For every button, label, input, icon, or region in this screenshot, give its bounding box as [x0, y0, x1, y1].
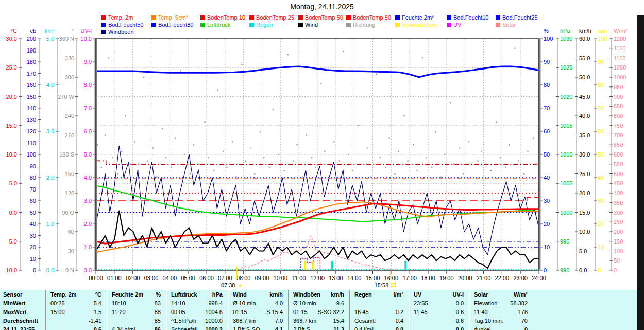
table-cell: -1.41: [50, 318, 101, 325]
cell-label: 01:15: [293, 309, 308, 317]
table-separator: [0, 289, 639, 289]
axis-tick-label: 100: [598, 36, 607, 42]
table-cell: 11:40178: [474, 309, 528, 317]
table-cell: 00:051004.6: [171, 309, 223, 317]
table-cell: Feuchte 2m%: [112, 291, 161, 299]
axis-tick-label: 30: [68, 248, 74, 254]
axis-tick-label: 550: [614, 161, 623, 167]
cell-value: 0.0: [456, 326, 464, 330]
cell-label: 00:05: [171, 309, 185, 317]
axis-tick-label: 350: [614, 200, 623, 206]
axis-tick-label: 300: [65, 74, 74, 80]
axis-tick-label: 30.0: [579, 151, 590, 158]
axis-min: 1009080706050403020100min: [594, 28, 607, 273]
cell-value: l/m²: [393, 291, 403, 299]
axis-tick-label: 3.0: [46, 128, 54, 134]
cell-value: 998.4: [208, 300, 223, 308]
axis-tick-label: 200: [614, 229, 623, 235]
table-cell: 00:25-5.4: [50, 300, 101, 308]
x-tick-label: 15:00: [366, 275, 380, 281]
table-cell: 0.6: [50, 326, 101, 330]
cell-label: Temp. 2m: [50, 291, 77, 299]
table-cell: Tag:10 min.70: [474, 318, 528, 325]
table-row-header: Durchschnitt: [3, 318, 38, 324]
axis-tick-label: 25.0: [6, 64, 17, 71]
axis-tick-label: 6.0: [84, 128, 92, 134]
cell-label: 368.7 km: [233, 318, 256, 325]
cell-value: 4.1: [275, 326, 283, 330]
axis-tick-label: 0: [614, 267, 617, 273]
table-cell: Elevation-58.382: [474, 300, 528, 308]
cell-label: 11:20: [112, 309, 126, 317]
sunrise-tick: [236, 267, 237, 279]
cell-value: 1000.2: [205, 326, 223, 330]
rain-bar: [404, 261, 406, 270]
cell-value: 11.3: [333, 326, 344, 330]
cell-label: Gesamt:: [354, 318, 376, 325]
axis-tick-label: 4.0: [84, 175, 92, 181]
axis-tick-label: 700: [614, 132, 623, 138]
cell-label: 16:45: [354, 309, 369, 317]
axis-tick-label: 250: [614, 219, 623, 225]
cell-label: Solar: [474, 291, 488, 299]
axis-tick-label: 4.0: [46, 82, 54, 88]
axis-tick-label: 1150: [614, 45, 626, 51]
table-cell: 16:450.2: [354, 309, 403, 317]
axis-tick-label: 1.0: [84, 244, 92, 250]
axis-tick-label: 50: [544, 151, 550, 158]
cell-value: S 15.4: [266, 309, 283, 317]
cell-label: Ø 10 min.: [233, 300, 258, 308]
weather-app-window: Montag, 24.11.2025 Temp. 2mTemp. 5cm*Bod…: [0, 0, 644, 330]
axis-tick-label: 210: [65, 132, 74, 138]
cell-value: 1.5: [94, 309, 101, 317]
axis-tick-label: 80: [544, 82, 550, 88]
rain-bar: [331, 261, 333, 270]
table-cell: Windkm/h: [233, 291, 283, 299]
axis-tick-label: 9.0: [84, 59, 92, 65]
axis-tick-label: 240: [65, 113, 74, 119]
table-divider: [409, 290, 409, 330]
cell-value: 0.6: [94, 326, 101, 330]
axis-tick-label: 5.0: [84, 151, 92, 158]
axis-tick-label: 40: [598, 175, 604, 181]
cell-label: 2 Bft S: [293, 326, 310, 330]
table-cell: dunkel0: [474, 326, 528, 330]
axis-tick-label: 30: [30, 233, 36, 239]
table-cell: 23:550.0: [414, 300, 464, 308]
cell-value: 178: [518, 309, 528, 317]
table-cell: 2 Bft S11.3: [293, 326, 344, 330]
cell-label: 00:25: [50, 300, 65, 308]
x-tick-label: 09:00: [255, 275, 269, 281]
window-edge: [637, 15, 644, 330]
axis-tick-label: 100: [614, 248, 623, 254]
axis-tick-label: 45.0: [579, 94, 590, 100]
axis-unit-header: l/m²: [45, 28, 55, 34]
axis-tick-label: 1005: [560, 180, 572, 186]
axis-tick-label: 25.0: [579, 171, 590, 177]
axis-tick-label: 800: [614, 113, 623, 119]
axis-tick-label: 90: [30, 163, 36, 169]
axis-tick-label: 0: [33, 267, 36, 273]
axis-tick-label: 1000: [560, 210, 572, 216]
cell-label: 14:10: [171, 300, 185, 308]
x-tick-label: 03:00: [144, 275, 159, 281]
table-cell: SolarW/m²: [474, 291, 528, 299]
axis-tick-label: 10.0: [81, 36, 92, 42]
axis-unit-header: hPa: [560, 28, 570, 34]
axis-tick-label: 8.0: [84, 82, 92, 88]
axis-tick-label: 20: [30, 244, 36, 250]
axis-tick-label: 1015: [560, 123, 572, 129]
x-tick-label: 00:00: [89, 275, 103, 281]
axis-tick-label: 70: [30, 186, 36, 193]
axis-tick-label: 90: [544, 59, 550, 65]
table-cell: 1 Bft S-SO4.1: [233, 326, 283, 330]
axis-tick-label: 180 S: [59, 151, 74, 158]
axis-tick-label: 5.0: [579, 248, 587, 254]
axis-tick-label: 1025: [560, 64, 572, 71]
axis-tick-label: 20.0: [6, 94, 17, 100]
cell-label: 0.4 l/m²: [354, 326, 374, 330]
sun-icon: ☀: [237, 282, 243, 289]
axis-tick-label: 300: [614, 210, 623, 216]
axis-tick-label: 35.0: [579, 132, 590, 138]
axis-tick-label: 60: [544, 128, 550, 134]
